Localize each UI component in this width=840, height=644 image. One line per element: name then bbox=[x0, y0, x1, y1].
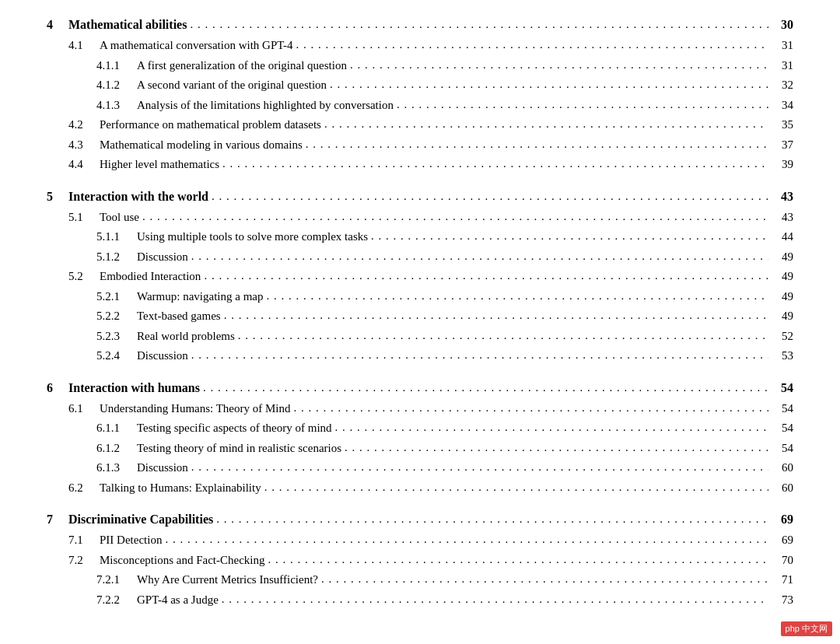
section-row: 6.1 Understanding Humans: Theory of Mind… bbox=[47, 400, 793, 418]
dots bbox=[324, 115, 768, 133]
dots bbox=[165, 530, 768, 548]
dots bbox=[190, 16, 768, 33]
chapter-number: 4 bbox=[47, 16, 62, 34]
section-title: A mathematical conversation with GPT-4 bbox=[100, 37, 293, 54]
subsection-title: Why Are Current Metrics Insufficient? bbox=[137, 571, 318, 589]
chapter-page: 30 bbox=[772, 16, 793, 34]
toc-chapter-5: 5 Interaction with the world 43 5.1 Tool… bbox=[47, 187, 793, 365]
section-number: 7.1 bbox=[68, 531, 93, 549]
subsection-number: 4.1.3 bbox=[96, 96, 131, 114]
chapter-title: Interaction with the world bbox=[68, 187, 208, 206]
subsection-row: 5.2.3 Real world problems 52 bbox=[47, 327, 793, 345]
section-number: 5.1 bbox=[68, 208, 93, 226]
subsection-number: 5.1.1 bbox=[96, 228, 131, 246]
section-row: 7.2 Misconceptions and Fact-Checking 70 bbox=[47, 551, 793, 569]
toc-chapter-4: 4 Mathematical abilities 30 4.1 A mathem… bbox=[47, 16, 793, 173]
section-number: 4.2 bbox=[68, 116, 93, 134]
chapter-title: Mathematical abilities bbox=[68, 16, 187, 34]
subsection-number: 5.2.3 bbox=[96, 327, 131, 345]
subsection-page: 54 bbox=[772, 439, 793, 457]
section-row: 4.4 Higher level mathematics 39 bbox=[47, 156, 793, 173]
subsection-page: 52 bbox=[772, 327, 793, 345]
subsection-row: 7.2.1 Why Are Current Metrics Insufficie… bbox=[47, 571, 793, 589]
subsection-row: 7.2.2 GPT-4 as a Judge 73 bbox=[47, 591, 793, 609]
section-number: 4.1 bbox=[68, 37, 93, 54]
subsection-title: Analysis of the limitations highlighted … bbox=[137, 96, 394, 114]
dots bbox=[296, 36, 768, 54]
section-page: 43 bbox=[772, 208, 793, 226]
subsection-row: 5.2.1 Warmup: navigating a map 49 bbox=[47, 288, 793, 306]
dots bbox=[191, 458, 768, 476]
subsection-row: 6.1.1 Testing specific aspects of theory… bbox=[47, 419, 793, 437]
subsection-page: 71 bbox=[772, 571, 793, 589]
subsection-number: 4.1.2 bbox=[96, 76, 131, 94]
chapter-number: 7 bbox=[47, 510, 62, 529]
subsection-page: 49 bbox=[772, 248, 793, 266]
subsection-row: 6.1.2 Testing theory of mind in realisti… bbox=[47, 439, 793, 457]
section-page: 31 bbox=[772, 37, 793, 54]
subsection-title: Testing theory of mind in realistic scen… bbox=[137, 439, 341, 457]
subsection-number: 6.1.3 bbox=[96, 459, 131, 477]
dots bbox=[321, 570, 768, 588]
subsection-page: 32 bbox=[772, 76, 793, 94]
dots bbox=[222, 155, 768, 173]
dots bbox=[191, 247, 768, 265]
subsection-row: 5.2.2 Text-based games 49 bbox=[47, 307, 793, 325]
section-title: Performance on mathematical problem data… bbox=[100, 116, 321, 134]
section-page: 60 bbox=[772, 479, 793, 497]
toc-chapter-6: 6 Interaction with humans 54 6.1 Underst… bbox=[47, 379, 793, 497]
subsection-page: 49 bbox=[772, 307, 793, 325]
subsection-title: GPT-4 as a Judge bbox=[137, 591, 219, 609]
section-title: Understanding Humans: Theory of Mind bbox=[100, 400, 291, 418]
subsection-page: 34 bbox=[772, 96, 793, 114]
subsection-title: A second variant of the original questio… bbox=[137, 76, 327, 94]
subsection-page: 49 bbox=[772, 288, 793, 306]
dots bbox=[371, 227, 768, 245]
subsection-title: Text-based games bbox=[137, 307, 221, 325]
section-row: 5.1 Tool use 43 bbox=[47, 208, 793, 226]
subsection-row: 5.1.1 Using multiple tools to solve more… bbox=[47, 228, 793, 246]
dots bbox=[397, 96, 768, 114]
section-title: Embodied Interaction bbox=[100, 268, 201, 285]
subsection-page: 60 bbox=[772, 459, 793, 477]
section-title: Higher level mathematics bbox=[100, 156, 219, 173]
dots bbox=[222, 590, 768, 608]
table-of-contents: 4 Mathematical abilities 30 4.1 A mathem… bbox=[47, 16, 793, 608]
toc-chapter-7: 7 Discriminative Capabilities 69 7.1 PII… bbox=[47, 510, 793, 608]
section-page: 69 bbox=[772, 531, 793, 549]
dots bbox=[306, 135, 768, 153]
subsection-number: 5.2.1 bbox=[96, 288, 131, 306]
subsection-title: Using multiple tools to solve more compl… bbox=[137, 228, 368, 246]
watermark: php 中文网 bbox=[781, 621, 832, 636]
subsection-page: 53 bbox=[772, 347, 793, 365]
subsection-row: 6.1.3 Discussion 60 bbox=[47, 459, 793, 477]
subsection-title: Discussion bbox=[137, 347, 188, 365]
section-page: 49 bbox=[772, 268, 793, 285]
dots bbox=[335, 418, 768, 436]
chapter-number: 6 bbox=[47, 379, 62, 397]
section-page: 70 bbox=[772, 551, 793, 569]
dots bbox=[267, 287, 769, 305]
section-row: 5.2 Embodied Interaction 49 bbox=[47, 268, 793, 285]
section-row: 6.2 Talking to Humans: Explainability 60 bbox=[47, 479, 793, 497]
chapter-page: 43 bbox=[772, 187, 793, 206]
subsection-number: 6.1.2 bbox=[96, 439, 131, 457]
subsection-page: 73 bbox=[772, 591, 793, 609]
section-page: 37 bbox=[772, 136, 793, 154]
chapter-page: 69 bbox=[772, 510, 793, 529]
dots bbox=[238, 327, 768, 345]
dots bbox=[212, 187, 768, 205]
subsection-number: 5.2.2 bbox=[96, 307, 131, 325]
section-title: PII Detection bbox=[100, 531, 162, 549]
chapter-title: Discriminative Capabilities bbox=[68, 510, 213, 529]
dots bbox=[330, 75, 768, 93]
section-row: 4.3 Mathematical modeling in various dom… bbox=[47, 136, 793, 154]
section-number: 5.2 bbox=[68, 268, 93, 285]
section-title: Misconceptions and Fact-Checking bbox=[100, 551, 264, 569]
dots bbox=[142, 208, 768, 226]
subsection-row: 5.2.4 Discussion 53 bbox=[47, 347, 793, 365]
subsection-title: Warmup: navigating a map bbox=[137, 288, 264, 306]
subsection-number: 7.2.1 bbox=[96, 571, 131, 589]
subsection-number: 6.1.1 bbox=[96, 419, 131, 437]
dots bbox=[191, 346, 768, 364]
